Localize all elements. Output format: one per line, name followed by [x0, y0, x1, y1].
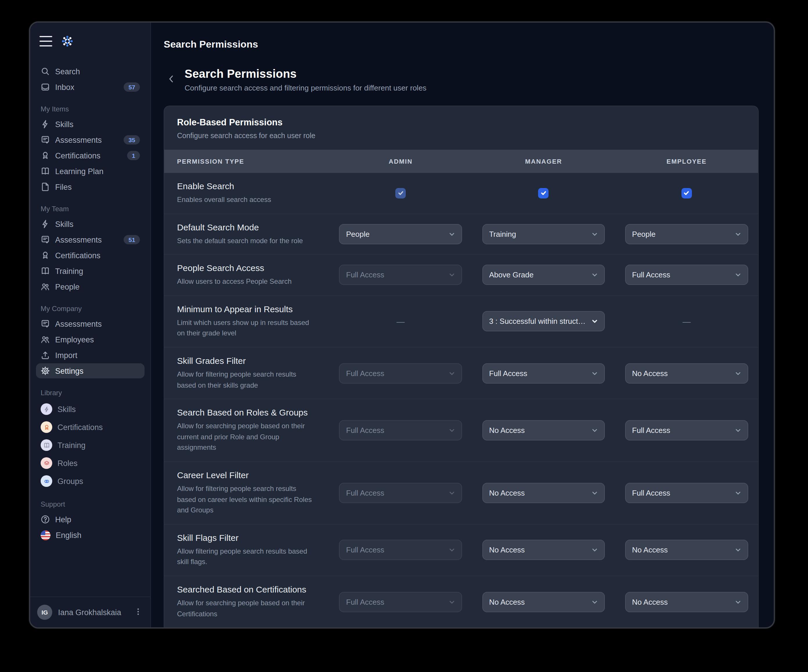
sidebar-item-inbox[interactable]: Inbox 57 — [36, 80, 145, 95]
skills-circle-icon — [41, 404, 52, 415]
sidebar-item-library-groups[interactable]: Groups — [36, 472, 145, 490]
default-search-mode-admin-select[interactable]: People — [339, 224, 462, 244]
search-certifications-employee-select[interactable]: No Access — [625, 592, 748, 612]
section-label-support: Support — [36, 490, 145, 511]
sidebar-item-library-training[interactable]: Training — [36, 436, 145, 454]
sidebar-item-search[interactable]: Search — [36, 64, 145, 79]
search-certifications-admin-select[interactable]: Full Access — [339, 592, 462, 612]
check-icon — [541, 190, 547, 197]
kebab-icon — [134, 607, 142, 615]
sidebar-item-settings[interactable]: Settings — [36, 363, 145, 379]
sidebar-item-team-skills[interactable]: Skills — [36, 217, 145, 232]
people-search-access-employee-select[interactable]: Full Access — [625, 265, 748, 285]
inbox-icon — [41, 82, 50, 92]
training-circle-icon — [41, 439, 52, 451]
chevron-down-icon — [592, 490, 598, 496]
search-certifications-manager-select[interactable]: No Access — [482, 592, 605, 612]
table-row-default-search-mode: Default Search Mode Sets the default sea… — [164, 213, 758, 254]
chevron-left-icon — [167, 74, 176, 83]
sidebar-item-team-people[interactable]: People — [36, 279, 145, 294]
search-roles-groups-manager-select[interactable]: No Access — [482, 420, 605, 440]
permission-desc: Allow for searching people based on thei… — [177, 598, 314, 619]
sidebar-item-language[interactable]: English — [36, 527, 145, 543]
empty-value: — — [396, 317, 405, 326]
sidebar-item-my-skills[interactable]: Skills — [36, 117, 145, 132]
default-search-mode-manager-select[interactable]: Training — [482, 224, 605, 244]
sidebar-item-my-assessments[interactable]: Assessments 35 — [36, 132, 145, 147]
sidebar-item-library-certifications[interactable]: Certifications — [36, 419, 145, 436]
groups-circle-icon — [41, 475, 52, 487]
table-row-skill-flags-filter: Skill Flags Filter Allow filtering peopl… — [164, 524, 758, 575]
certifications-count-badge: 1 — [127, 151, 140, 160]
sidebar-item-learning-plan[interactable]: Learning Plan — [36, 163, 145, 179]
table-row-career-level-filter: Career Level Filter Allow for filtering … — [164, 461, 758, 524]
search-roles-groups-employee-select[interactable]: Full Access — [625, 420, 748, 440]
sidebar-item-company-assessments[interactable]: Assessments — [36, 316, 145, 331]
enable-search-admin-checkbox[interactable] — [395, 188, 406, 198]
chevron-down-icon — [449, 427, 455, 434]
permission-name: Minimum to Appear in Results — [177, 304, 314, 314]
user-options-button[interactable] — [133, 606, 144, 618]
sidebar-item-my-certifications[interactable]: Certifications 1 — [36, 148, 145, 163]
back-button[interactable] — [165, 73, 177, 87]
window-title: Search Permissions — [164, 39, 759, 50]
people-search-access-manager-select[interactable]: Above Grade — [482, 265, 605, 285]
skill-flags-filter-admin-select[interactable]: Full Access — [339, 540, 462, 560]
sidebar-item-library-roles[interactable]: Roles — [36, 454, 145, 472]
sidebar-item-team-assessments[interactable]: Assessments 51 — [36, 232, 145, 247]
sidebar-item-files[interactable]: Files — [36, 179, 145, 194]
col-permission-type: PERMISSION TYPE — [164, 158, 329, 165]
sidebar-item-employees[interactable]: Employees — [36, 332, 145, 347]
assessments-count-badge: 35 — [124, 135, 140, 145]
page-subtitle: Configure search access and filtering pe… — [185, 83, 426, 92]
skill-flags-filter-manager-select[interactable]: No Access — [482, 540, 605, 560]
role-permissions-card: Role-Based Permissions Configure search … — [164, 106, 759, 627]
assessment-icon — [41, 235, 50, 244]
default-search-mode-employee-select[interactable]: People — [625, 224, 748, 244]
permission-name: Career Level Filter — [177, 470, 314, 480]
people-icon — [41, 335, 50, 344]
sidebar-item-import[interactable]: Import — [36, 348, 145, 363]
skill-grades-filter-manager-select[interactable]: Full Access — [482, 363, 605, 383]
chevron-down-icon — [592, 370, 598, 376]
permission-name: Default Search Mode — [177, 222, 314, 232]
user-menu[interactable]: IG Iana Grokhalskaia — [30, 597, 150, 627]
file-icon — [41, 182, 50, 192]
chevron-down-icon — [735, 231, 741, 237]
table-row-search-certifications: Searched Based on Certifications Allow f… — [164, 576, 758, 627]
career-level-filter-employee-select[interactable]: Full Access — [625, 483, 748, 503]
chevron-down-icon — [592, 318, 598, 325]
permission-desc: Allow filtering people search results ba… — [177, 546, 314, 567]
chevron-down-icon — [735, 599, 741, 605]
permission-name: Enable Search — [177, 181, 314, 191]
col-employee: EMPLOYEE — [615, 158, 758, 165]
permission-name: Skill Grades Filter — [177, 356, 314, 365]
enable-search-employee-checkbox[interactable] — [681, 188, 692, 198]
chevron-down-icon — [449, 370, 455, 376]
section-label-my-company: My Company — [36, 295, 145, 316]
table-row-search-roles-groups: Search Based on Roles & Groups Allow for… — [164, 399, 758, 461]
sidebar-item-library-skills[interactable]: Skills — [36, 400, 145, 418]
minimum-grade-manager-select[interactable]: 3 : Successful within structured ... — [482, 311, 605, 332]
chevron-down-icon — [592, 547, 598, 553]
upload-icon — [41, 350, 50, 360]
career-level-filter-admin-select[interactable]: Full Access — [339, 483, 462, 503]
medal-icon — [41, 251, 50, 260]
menu-toggle-button[interactable] — [40, 36, 52, 47]
book-icon — [41, 266, 50, 276]
enable-search-manager-checkbox[interactable] — [538, 188, 549, 198]
search-roles-groups-admin-select[interactable]: Full Access — [339, 420, 462, 440]
skill-flags-filter-employee-select[interactable]: No Access — [625, 540, 748, 560]
app-logo-icon — [60, 34, 74, 48]
sidebar-item-team-training[interactable]: Training — [36, 263, 145, 278]
chevron-down-icon — [735, 547, 741, 553]
skill-grades-filter-employee-select[interactable]: No Access — [625, 363, 748, 383]
sidebar-item-help[interactable]: Help — [36, 512, 145, 527]
sidebar-item-team-certifications[interactable]: Certifications — [36, 248, 145, 263]
assessment-icon — [41, 319, 50, 328]
skill-grades-filter-admin-select[interactable]: Full Access — [339, 363, 462, 383]
career-level-filter-manager-select[interactable]: No Access — [482, 483, 605, 503]
table-row-minimum-to-appear: Minimum to Appear in Results Limit which… — [164, 295, 758, 347]
people-search-access-admin-select[interactable]: Full Access — [339, 265, 462, 285]
permission-desc: Allow for searching people based on thei… — [177, 421, 314, 453]
